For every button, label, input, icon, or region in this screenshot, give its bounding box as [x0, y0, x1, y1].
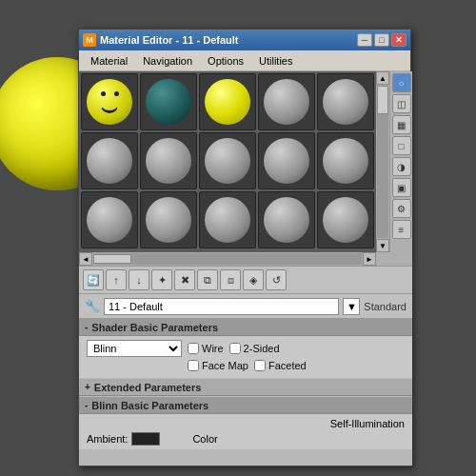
cylinder-view-icon[interactable]: ◫	[392, 94, 411, 113]
titlebar: M Material Editor - 11 - Default ─ □ ✕	[79, 30, 410, 50]
main-content: ▲ ▼ ○ ◫ ▦ □ ◑ ▣ ⚙	[79, 71, 410, 466]
h-scrollbar-thumb[interactable]	[93, 254, 131, 264]
window-title: Material Editor - 11 - Default	[100, 34, 238, 46]
close-button[interactable]: ✕	[391, 33, 407, 47]
titlebar-buttons: ─ □ ✕	[357, 33, 407, 47]
assign-button[interactable]: ✦	[151, 269, 172, 290]
shader-type-select[interactable]: Blinn	[87, 340, 182, 357]
sphere-cell-1-1[interactable]	[81, 73, 138, 130]
sphere-cell-3-2[interactable]	[140, 191, 197, 248]
grey-sphere-1-5	[323, 79, 368, 125]
color-label: Color	[192, 433, 217, 445]
menu-options[interactable]: Options	[200, 53, 251, 69]
sphere-cell-1-4[interactable]	[258, 73, 315, 130]
shader-content: Blinn Wire 2-Sided	[79, 336, 412, 378]
sphere-cell-2-4[interactable]	[258, 132, 315, 189]
scroll-right-button[interactable]: ►	[363, 252, 376, 266]
sphere-cell-3-1[interactable]	[81, 191, 138, 248]
menubar: Material Navigation Options Utilities	[79, 50, 410, 71]
sphere-cell-2-2[interactable]	[140, 132, 197, 189]
material-type-label: Standard	[364, 301, 407, 312]
sphere-cell-3-3[interactable]	[199, 191, 256, 248]
shader-header[interactable]: - Shader Basic Parameters	[79, 319, 412, 336]
right-icon-panel: ○ ◫ ▦ □ ◑ ▣ ⚙ ≡	[389, 71, 412, 252]
checker-bg-icon[interactable]: ▦	[392, 115, 411, 134]
reset-button[interactable]: ↺	[266, 269, 287, 290]
material-type-dropdown[interactable]: ▼	[343, 298, 360, 315]
minimize-button[interactable]: ─	[357, 33, 372, 47]
two-sided-label: 2-Sided	[244, 343, 280, 354]
sphere-cell-3-5[interactable]	[317, 191, 374, 248]
eye-right	[114, 91, 119, 96]
shader-section: - Shader Basic Parameters Blinn Wire	[79, 319, 412, 378]
app-icon: M	[83, 33, 96, 47]
scroll-down-button[interactable]: ▼	[376, 239, 389, 252]
maximize-button[interactable]: □	[374, 33, 389, 47]
material-name-input[interactable]	[104, 298, 339, 315]
scroll-left-button[interactable]: ◄	[79, 252, 92, 266]
material-toolbar: 🔄 ↑ ↓ ✦ ✖ ⧉ ⧈ ◈ ↺	[79, 266, 412, 294]
blinn-content: Self-Illumination Ambient: Color	[79, 414, 412, 449]
eye-left	[101, 91, 106, 96]
material-name-bar: 🔧 ▼ Standard	[79, 294, 412, 319]
facemap-checkbox-group: Face Map	[188, 360, 248, 371]
self-illumination-label: Self-Illumination	[330, 418, 405, 429]
shader-type-row: Blinn Wire 2-Sided	[87, 340, 405, 357]
scrollbar-track[interactable]	[377, 86, 388, 238]
scroll-up-button[interactable]: ▲	[376, 71, 389, 85]
sphere-grid	[79, 71, 376, 252]
extended-collapse-icon: +	[85, 382, 90, 392]
extended-section: + Extended Parameters	[79, 379, 412, 396]
bg-toggle-icon[interactable]: ▣	[392, 178, 411, 197]
material-editor-window: M Material Editor - 11 - Default ─ □ ✕ M…	[78, 29, 411, 466]
ambient-color-swatch[interactable]	[131, 432, 160, 446]
extended-header[interactable]: + Extended Parameters	[79, 379, 412, 396]
sphere-cell-2-1[interactable]	[81, 132, 138, 189]
link-icon[interactable]: ≡	[392, 220, 411, 239]
left-panel: ▲ ▼ ○ ◫ ▦ □ ◑ ▣ ⚙	[79, 71, 412, 466]
horizontal-scrollbar: ◄ ►	[79, 252, 376, 266]
make-unique-button[interactable]: ◈	[243, 269, 264, 290]
flat-view-icon[interactable]: □	[392, 136, 411, 155]
shader-collapse-icon: -	[85, 322, 88, 332]
sphere-cell-1-3[interactable]	[199, 73, 256, 130]
blinn-section: - Blinn Basic Parameters Self-Illuminati…	[79, 397, 412, 449]
sphere-cell-3-4[interactable]	[258, 191, 315, 248]
put-to-scene-button[interactable]: ↓	[129, 269, 149, 290]
two-sided-checkbox[interactable]	[229, 343, 241, 354]
h-scrollbar-track[interactable]	[93, 253, 362, 265]
wire-checkbox-group: Wire	[188, 343, 224, 354]
wire-checkbox[interactable]	[188, 343, 199, 354]
shader-header-label: Shader Basic Parameters	[91, 322, 218, 333]
sphere-row-2	[81, 132, 374, 189]
wire-label: Wire	[202, 343, 224, 354]
blinn-header-label: Blinn Basic Parameters	[91, 400, 208, 411]
get-from-scene-button[interactable]: ↑	[106, 269, 127, 290]
eyedropper-icon[interactable]: 🔧	[85, 299, 100, 313]
sphere-view-icon[interactable]: ○	[392, 73, 411, 92]
sphere-cell-2-5[interactable]	[317, 132, 374, 189]
vertical-scrollbar: ▲ ▼	[376, 71, 389, 252]
facemap-label: Face Map	[202, 360, 248, 371]
options-icon[interactable]: ⚙	[392, 199, 411, 218]
grey-sphere-1-4	[264, 79, 309, 125]
menu-utilities[interactable]: Utilities	[251, 53, 300, 69]
paste-button[interactable]: ⧈	[220, 269, 241, 290]
delete-button[interactable]: ✖	[174, 269, 195, 290]
sphere-cell-1-2[interactable]	[140, 73, 197, 130]
sphere-cell-1-5[interactable]	[317, 73, 374, 130]
scrollbar-thumb[interactable]	[377, 86, 388, 114]
pick-material-button[interactable]: 🔄	[83, 269, 104, 290]
facemap-checkbox[interactable]	[188, 360, 199, 371]
blinn-collapse-icon: -	[85, 400, 88, 410]
menu-material[interactable]: Material	[83, 53, 135, 69]
backlight-icon[interactable]: ◑	[392, 157, 411, 176]
extended-header-label: Extended Parameters	[94, 382, 202, 393]
copy-button[interactable]: ⧉	[197, 269, 218, 290]
blinn-header[interactable]: - Blinn Basic Parameters	[79, 397, 412, 414]
faceted-checkbox[interactable]	[254, 360, 266, 371]
faceted-checkbox-group: Faceted	[254, 360, 307, 371]
teal-sphere	[146, 79, 191, 125]
menu-navigation[interactable]: Navigation	[135, 53, 200, 69]
sphere-cell-2-3[interactable]	[199, 132, 256, 189]
